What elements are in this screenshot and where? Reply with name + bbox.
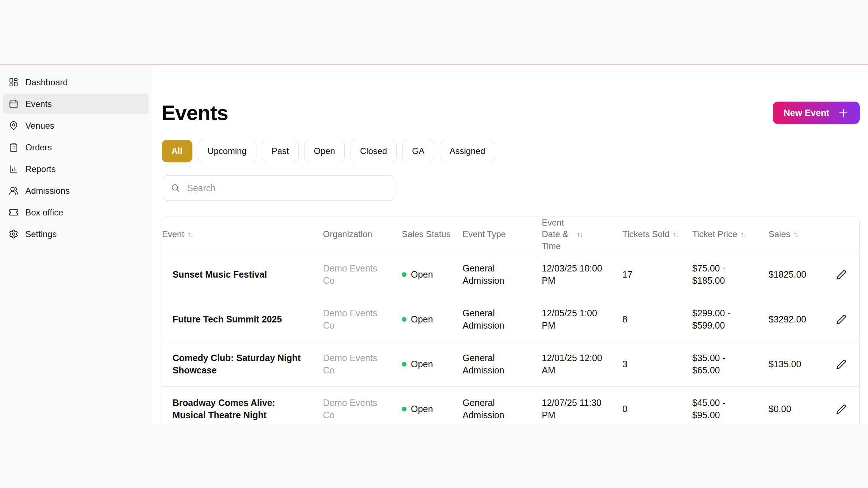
filter-chip-upcoming[interactable]: Upcoming <box>198 140 256 162</box>
status-label: Open <box>411 313 433 326</box>
column-header-label: Event Date & Time <box>542 217 574 252</box>
new-event-button[interactable]: New Event <box>773 102 860 124</box>
edit-event-button[interactable] <box>834 267 849 282</box>
page-title: Events <box>162 101 228 125</box>
events-table: Event ↑↓ Organization Sales Status <box>162 217 860 424</box>
sidebar-item-label: Venues <box>25 121 54 131</box>
event-name-cell: Broadway Comes Alive: Musical Theatre Ni… <box>162 397 323 421</box>
new-event-button-label: New Event <box>784 108 829 118</box>
sidebar-item-reports[interactable]: Reports <box>3 159 149 179</box>
sort-icon: ↑↓ <box>673 230 678 239</box>
filter-chip-all[interactable]: All <box>162 140 192 162</box>
sort-icon: ↑↓ <box>740 230 746 239</box>
map-pin-icon <box>9 121 18 130</box>
sidebar-item-label: Orders <box>25 142 52 153</box>
filter-chip-open[interactable]: Open <box>304 140 345 162</box>
column-header-sales-status: Sales Status <box>402 228 463 240</box>
ticket-price-cell: $299.00 - $599.00 <box>692 307 769 332</box>
top-band <box>0 0 868 64</box>
tickets-sold-cell: 8 <box>622 313 692 326</box>
sidebar: Dashboard Events Venues Orders Reports <box>0 65 152 424</box>
app-window: Dashboard Events Venues Orders Reports <box>0 64 868 424</box>
tickets-sold-cell: 3 <box>622 358 692 371</box>
search-icon <box>171 183 180 193</box>
gear-icon <box>9 229 18 239</box>
column-header-event-date-time[interactable]: Event Date & Time ↑↓ <box>542 217 622 252</box>
sidebar-item-label: Dashboard <box>25 77 68 87</box>
event-type-cell: General Admission <box>463 352 542 377</box>
row-actions-cell <box>832 357 859 372</box>
row-actions-cell <box>832 267 859 282</box>
sort-icon: ↑↓ <box>793 230 799 239</box>
sidebar-item-settings[interactable]: Settings <box>3 224 149 244</box>
filter-chip-bar: All Upcoming Past Open Closed GA Assigne… <box>162 140 860 162</box>
table-row-sunset-music-festival[interactable]: Sunset Music Festival Demo Events Co Ope… <box>162 252 859 297</box>
sidebar-item-label: Admissions <box>25 186 70 196</box>
column-header-label: Sales Status <box>402 228 451 240</box>
sales-status-cell: Open <box>402 313 463 326</box>
filter-chip-past[interactable]: Past <box>262 140 299 162</box>
status-label: Open <box>411 269 433 281</box>
event-type-cell: General Admission <box>463 307 542 332</box>
sidebar-item-venues[interactable]: Venues <box>3 115 149 136</box>
tickets-sold-cell: 17 <box>622 269 692 281</box>
plus-icon <box>838 107 849 118</box>
edit-event-button[interactable] <box>834 357 849 372</box>
sales-cell: $135.00 <box>769 358 832 371</box>
sidebar-item-dashboard[interactable]: Dashboard <box>3 72 149 93</box>
users-icon <box>9 186 18 196</box>
event-name-cell: Sunset Music Festival <box>162 269 323 281</box>
event-datetime-cell: 12/07/25 11:30 PM <box>542 397 622 421</box>
column-header-tickets-sold[interactable]: Tickets Sold ↑↓ <box>622 228 692 240</box>
sidebar-item-events[interactable]: Events <box>3 94 149 114</box>
edit-event-button[interactable] <box>834 312 849 327</box>
table-header-row: Event ↑↓ Organization Sales Status <box>162 217 859 252</box>
sales-cell: $3292.00 <box>769 313 832 326</box>
table-row-comedy-club-saturday-night-showcase[interactable]: Comedy Club: Saturday Night Showcase Dem… <box>162 342 859 386</box>
organization-cell: Demo Events Co <box>323 397 402 421</box>
main-content: Events New Event All Upcoming Past Open <box>152 65 868 424</box>
sidebar-item-label: Reports <box>25 164 56 174</box>
table-row-broadway-comes-alive-musical-theatre-night[interactable]: Broadway Comes Alive: Musical Theatre Ni… <box>162 386 859 424</box>
sidebar-item-admissions[interactable]: Admissions <box>3 180 149 201</box>
edit-event-button[interactable] <box>834 402 849 417</box>
column-header-ticket-price[interactable]: Ticket Price ↑↓ <box>692 228 769 240</box>
ticket-price-cell: $75.00 - $185.00 <box>692 262 769 287</box>
filter-chip-closed[interactable]: Closed <box>350 140 397 162</box>
event-type-cell: General Admission <box>463 262 542 287</box>
page-header: Events New Event <box>162 101 860 125</box>
event-datetime-cell: 12/05/25 1:00 PM <box>542 307 622 332</box>
ticket-price-cell: $45.00 - $95.00 <box>692 397 769 421</box>
status-label: Open <box>411 403 433 415</box>
column-header-label: Sales <box>769 228 790 240</box>
event-name-cell: Comedy Club: Saturday Night Showcase <box>162 352 323 377</box>
sidebar-item-orders[interactable]: Orders <box>3 137 149 158</box>
organization-cell: Demo Events Co <box>323 352 402 377</box>
filter-chip-ga[interactable]: GA <box>402 140 434 162</box>
status-dot <box>402 272 407 277</box>
dashboard-icon <box>9 77 18 87</box>
sidebar-item-label: Box office <box>25 207 63 218</box>
table-row-future-tech-summit-2025[interactable]: Future Tech Summit 2025 Demo Events Co O… <box>162 297 859 342</box>
search-box[interactable] <box>162 175 394 201</box>
pencil-icon <box>836 314 847 325</box>
event-name-cell: Future Tech Summit 2025 <box>162 313 323 326</box>
row-actions-cell <box>832 312 859 327</box>
search-input[interactable] <box>186 183 387 194</box>
status-label: Open <box>411 358 433 371</box>
event-datetime-cell: 12/01/25 12:00 AM <box>542 352 622 377</box>
sidebar-item-box-office[interactable]: Box office <box>3 202 149 223</box>
sales-status-cell: Open <box>402 358 463 371</box>
status-dot <box>402 317 407 322</box>
sort-icon: ↑↓ <box>187 230 193 239</box>
filter-chip-assigned[interactable]: Assigned <box>440 140 495 162</box>
sidebar-item-label: Events <box>25 99 52 109</box>
tickets-sold-cell: 0 <box>622 403 692 415</box>
ticket-price-cell: $35.00 - $65.00 <box>692 352 769 377</box>
column-header-sales[interactable]: Sales ↑↓ <box>769 228 832 240</box>
sales-status-cell: Open <box>402 403 463 415</box>
column-header-event-type: Event Type <box>463 228 542 240</box>
row-actions-cell <box>832 402 859 417</box>
column-header-event[interactable]: Event ↑↓ <box>162 228 323 240</box>
bar-chart-icon <box>9 164 18 174</box>
